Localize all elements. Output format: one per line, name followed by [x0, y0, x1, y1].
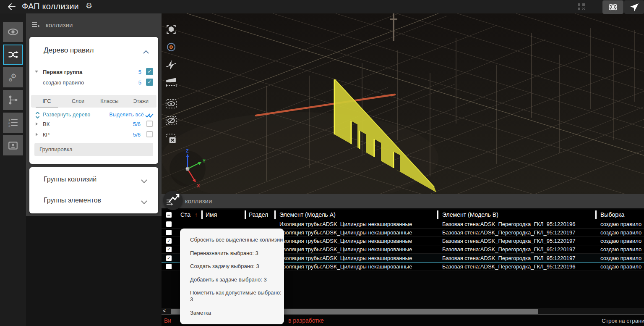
graph-branch-button[interactable]: [3, 90, 23, 110]
menu-item-add-to-task[interactable]: Добавить к задаче выбрано: 3: [180, 276, 284, 283]
visibility-eye-button[interactable]: [3, 22, 23, 42]
sort-arrow-icon[interactable]: ↑: [195, 211, 198, 218]
rule-group-row[interactable]: Первая группа 5 ✓: [29, 67, 158, 77]
focus-target-icon[interactable]: [165, 41, 177, 53]
rule-group-checkbox[interactable]: ✓: [146, 68, 153, 75]
row-checkbox[interactable]: ✓: [166, 238, 172, 244]
cell-element-b: Базовая стена:ADSK_Перегородка_ГКЛ_95:12…: [442, 238, 594, 244]
caret-down-icon[interactable]: [35, 71, 38, 73]
ifc-node-label: ВК: [43, 121, 50, 127]
unfold-icon[interactable]: [35, 112, 40, 120]
chevron-down-icon[interactable]: [141, 177, 147, 185]
rows-per-page-label[interactable]: Строк на страниц: [602, 318, 644, 324]
trending-up-icon: [169, 195, 179, 202]
grouping-input[interactable]: Группировка: [34, 143, 153, 156]
tab-classes[interactable]: Классы: [94, 95, 125, 108]
column-element-b[interactable]: Элемент (Модель B): [442, 211, 498, 218]
filter-tabs: IFC Слои Классы Этажи: [31, 95, 156, 108]
column-separator[interactable]: [201, 210, 203, 219]
ifc-node-checkbox[interactable]: [146, 131, 153, 137]
rule-group-label: Первая группа: [43, 69, 82, 75]
menu-item-mark-allowed[interactable]: Пометить как допустимые выбрано: 3: [180, 289, 284, 303]
double-check-icon[interactable]: [145, 112, 154, 120]
cell-element-b: Базовая стена:ADSK_Перегородка_ГКЛ_95:12…: [442, 263, 594, 270]
caret-right-icon[interactable]: [36, 122, 38, 126]
row-checkbox[interactable]: [166, 221, 172, 227]
svg-text:3: 3: [8, 124, 10, 128]
collisions-shuffle-button[interactable]: [3, 45, 23, 65]
column-separator[interactable]: [595, 210, 597, 219]
cell-element-b: Базовая стена:ADSK_Перегородка_ГКЛ_95:12…: [442, 229, 594, 236]
settings-gear-icon[interactable]: ⚙: [86, 1, 92, 11]
cell-element-a: Изоляция трубы:ADSK_Цилиндры некаширован…: [279, 238, 435, 244]
column-section[interactable]: Раздел: [249, 211, 268, 218]
cell-rule: создаю правило: [600, 246, 644, 252]
expand-tree-link[interactable]: Развернуть дерево: [43, 112, 91, 118]
bottom-panel-header: коллизии: [162, 194, 644, 208]
menu-open-icon[interactable]: [31, 21, 40, 29]
rules-tree-title: Дерево правил: [44, 46, 94, 55]
rule-row[interactable]: создаю правило 5 ✓: [29, 78, 158, 88]
axis-y-label: Y: [203, 159, 206, 163]
tab-layers[interactable]: Слои: [63, 95, 94, 108]
table-row[interactable]: Изоляция трубы:ADSK_Цилиндры некаширован…: [162, 220, 644, 229]
menu-item-create-task[interactable]: Создать задачу выбрано: 3: [180, 263, 284, 270]
back-arrow-icon[interactable]: [7, 2, 17, 11]
fit-selection-icon[interactable]: [165, 23, 177, 36]
show-selected-eye-icon[interactable]: [165, 97, 177, 110]
collision-trend-fab[interactable]: [163, 191, 183, 210]
row-checkbox[interactable]: [166, 230, 172, 235]
model-scene: [162, 13, 644, 194]
snapshot-badge-button[interactable]: [3, 135, 23, 155]
column-separator[interactable]: [437, 210, 438, 219]
measure-icon[interactable]: [165, 76, 177, 89]
cell-element-b: Базовая стена:ADSK_Перегородка_ГКЛ_95:12…: [442, 221, 594, 227]
cell-rule: создаю правило: [600, 255, 644, 261]
qr-code-icon[interactable]: [577, 3, 587, 13]
select-cursor-button[interactable]: [624, 0, 644, 14]
rule-checkbox[interactable]: ✓: [146, 79, 153, 86]
panel-backdrop: [26, 216, 162, 326]
menu-item-reset-selected[interactable]: Сбросить все выделенные коллизии: [180, 237, 284, 243]
clip-plane-icon[interactable]: [165, 59, 177, 71]
tab-floors[interactable]: Этажи: [125, 95, 156, 108]
column-element-a[interactable]: Элемент (Модель A): [279, 211, 336, 218]
viewport-3d[interactable]: Z Y X: [162, 13, 644, 194]
orbit-3d-button[interactable]: [602, 0, 623, 14]
clear-isolation-icon[interactable]: [165, 133, 177, 145]
column-selection[interactable]: Выборка: [600, 211, 624, 218]
numbered-list-button[interactable]: 1 2 3: [3, 113, 23, 133]
page-title: ФАП коллизии: [22, 2, 79, 11]
element-groups-row[interactable]: Группы элементов: [29, 195, 158, 208]
column-name[interactable]: Имя: [206, 211, 217, 218]
hide-selected-eye-off-icon[interactable]: [165, 114, 177, 127]
rules-tree-card: Дерево правил Первая группа 5 ✓ создаю п…: [29, 37, 158, 164]
select-all-checkbox[interactable]: [166, 212, 172, 218]
select-all-link[interactable]: Выделить всё: [110, 112, 144, 118]
ifc-node-vk[interactable]: ВК 5/6: [29, 119, 158, 129]
axis-gizmo[interactable]: Z Y X: [169, 149, 208, 187]
rule-settings-gears-button[interactable]: ⚙⚙: [3, 67, 23, 87]
menu-item-note[interactable]: Заметка: [180, 310, 284, 316]
column-status[interactable]: Ста: [180, 211, 190, 218]
collision-table-header: Ста ↑ Имя Раздел Элемент (Модель A) Элем…: [162, 210, 644, 220]
row-checkbox[interactable]: [166, 264, 172, 269]
rule-label: создаю правило: [43, 79, 84, 86]
chevron-down-icon[interactable]: [141, 198, 147, 206]
ifc-node-count: 5/6: [133, 121, 141, 127]
ifc-node-checkbox[interactable]: [146, 121, 153, 127]
caret-right-icon[interactable]: [36, 133, 38, 136]
panel-title: коллизии: [46, 21, 73, 29]
collapse-chevron-up-icon[interactable]: [143, 48, 149, 55]
column-separator[interactable]: [274, 210, 276, 219]
collision-groups-row[interactable]: Группы коллизий: [29, 174, 158, 187]
cell-element-a: Изоляция трубы:ADSK_Цилиндры некаширован…: [279, 221, 435, 227]
column-separator[interactable]: [245, 210, 246, 219]
scroll-left-arrow[interactable]: <: [163, 308, 169, 314]
ifc-node-kr[interactable]: КР 5/6: [29, 130, 158, 140]
row-checkbox[interactable]: ✓: [166, 255, 172, 261]
row-checkbox[interactable]: ✓: [166, 247, 172, 252]
cell-rule: создаю правило: [600, 229, 644, 236]
tab-ifc[interactable]: IFC: [31, 95, 63, 108]
menu-item-reassign[interactable]: Переназначить выбрано: 3: [180, 250, 284, 257]
